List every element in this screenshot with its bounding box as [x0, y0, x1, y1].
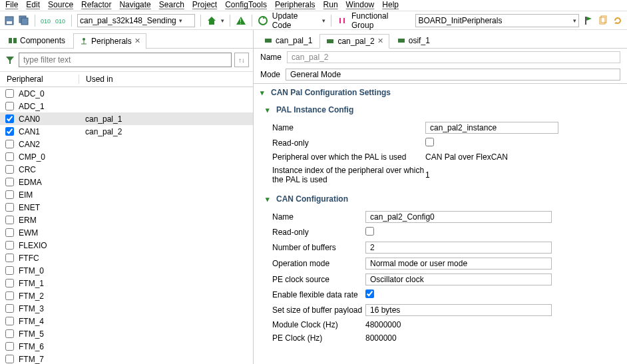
- menu-refactor[interactable]: Refactor: [81, 0, 111, 9]
- peripheral-checkbox[interactable]: [5, 254, 14, 262]
- table-row[interactable]: FTM_1: [0, 277, 253, 289]
- table-row[interactable]: CAN2: [0, 138, 253, 150]
- name-field[interactable]: can_pal_2: [287, 51, 620, 63]
- warning-icon[interactable]: !: [236, 15, 246, 26]
- functional-group-dropdown[interactable]: BOARD_InitPeripherals ▾: [415, 14, 579, 27]
- peripheral-checkbox[interactable]: [5, 342, 14, 351]
- col-peripheral[interactable]: Peripheral: [0, 75, 79, 84]
- peripheral-checkbox[interactable]: [5, 127, 14, 136]
- table-row[interactable]: FLEXIO: [0, 239, 253, 252]
- table-row[interactable]: FTM_0: [0, 264, 253, 277]
- peripheral-checkbox[interactable]: [5, 165, 14, 174]
- table-row[interactable]: EIM: [0, 188, 253, 201]
- editor-tab[interactable]: osif_1: [391, 33, 436, 48]
- menu-window[interactable]: Window: [346, 0, 375, 9]
- peripheral-checkbox[interactable]: [5, 241, 14, 250]
- project-selector-dropdown[interactable]: can_pal_s32k148_Sending ▾: [77, 14, 195, 27]
- save-icon[interactable]: [4, 15, 15, 26]
- table-row[interactable]: CRC: [0, 163, 253, 176]
- menubar[interactable]: File Edit Source Refactor Navigate Searc…: [0, 0, 627, 11]
- mode-field[interactable]: General Mode: [286, 69, 620, 81]
- table-row[interactable]: FTM_6: [0, 340, 253, 353]
- peripheral-checkbox[interactable]: [5, 291, 14, 300]
- binary-icon[interactable]: 010: [41, 15, 51, 26]
- filter-icon[interactable]: [4, 54, 16, 66]
- table-row[interactable]: FTFC: [0, 252, 253, 264]
- can-readonly-checkbox[interactable]: [365, 227, 374, 236]
- section-can-pal-settings[interactable]: ▾ CAN Pal Configuration Settings: [254, 83, 627, 101]
- can-peclk-dropdown[interactable]: Oscillator clock: [365, 273, 552, 285]
- table-row[interactable]: ERM: [0, 214, 253, 226]
- menu-file[interactable]: File: [5, 0, 18, 9]
- home-icon[interactable]: [206, 15, 217, 26]
- editor-tab[interactable]: can_pal_2 ✕: [319, 34, 389, 49]
- peripheral-checkbox[interactable]: [5, 102, 14, 110]
- editor-tab[interactable]: can_pal_1: [258, 33, 318, 48]
- refresh-icon[interactable]: [612, 15, 623, 26]
- binary2-icon[interactable]: 010: [55, 15, 66, 26]
- peripheral-checkbox[interactable]: [5, 114, 14, 123]
- peripheral-checkbox[interactable]: [5, 355, 14, 363]
- peripheral-checkbox[interactable]: [5, 190, 14, 199]
- table-row[interactable]: FTM_7: [0, 353, 253, 364]
- menu-peripherals[interactable]: Peripherals: [275, 0, 315, 9]
- update-code-icon[interactable]: [258, 15, 268, 26]
- table-row[interactable]: CMP_0: [0, 150, 253, 163]
- menu-help[interactable]: Help: [382, 0, 399, 9]
- can-nbuf-input[interactable]: 2: [365, 242, 552, 254]
- chevron-down-icon[interactable]: ▾: [322, 17, 325, 24]
- section-can-config[interactable]: ▾ CAN Configuration: [254, 190, 627, 208]
- section-pal-instance[interactable]: ▾ PAL Instance Config: [254, 101, 627, 118]
- close-icon[interactable]: ✕: [377, 37, 383, 45]
- tab-components[interactable]: Components: [3, 33, 71, 48]
- table-row[interactable]: EWM: [0, 226, 253, 239]
- flag-green-icon[interactable]: [583, 15, 594, 26]
- menu-project[interactable]: Project: [192, 0, 217, 9]
- can-name-input[interactable]: can_pal2_Config0: [365, 211, 552, 223]
- close-icon[interactable]: ✕: [134, 37, 140, 45]
- table-row[interactable]: FTM_3: [0, 302, 253, 315]
- peripheral-table-body[interactable]: ADC_0ADC_1CAN0can_pal_1CAN1can_pal_2CAN2…: [0, 87, 253, 364]
- can-flex-checkbox[interactable]: [365, 289, 374, 298]
- peripheral-checkbox[interactable]: [5, 279, 14, 287]
- table-row[interactable]: FTM_5: [0, 327, 253, 340]
- menu-navigate[interactable]: Navigate: [119, 0, 150, 9]
- menu-source[interactable]: Source: [48, 0, 73, 9]
- table-row[interactable]: FTM_2: [0, 289, 253, 302]
- can-opmode-dropdown[interactable]: Normal mode or user mode: [365, 258, 552, 270]
- peripheral-checkbox[interactable]: [5, 152, 14, 161]
- peripheral-checkbox[interactable]: [5, 89, 14, 98]
- table-row[interactable]: CAN0can_pal_1: [0, 112, 253, 125]
- col-usedin[interactable]: Used in: [79, 75, 253, 84]
- table-row[interactable]: ADC_0: [0, 87, 253, 100]
- can-payload-dropdown[interactable]: 16 bytes: [365, 304, 552, 316]
- peripheral-checkbox[interactable]: [5, 140, 14, 148]
- copy-icon[interactable]: [598, 15, 608, 26]
- table-row[interactable]: CAN1can_pal_2: [0, 125, 253, 138]
- sort-button[interactable]: ↑↓: [234, 53, 249, 67]
- inst-name-input[interactable]: can_pal2_instance: [425, 122, 558, 134]
- table-row[interactable]: ADC_1: [0, 100, 253, 112]
- bracket-icon[interactable]: [337, 15, 347, 26]
- peripheral-checkbox[interactable]: [5, 178, 14, 186]
- inst-readonly-checkbox[interactable]: [425, 138, 434, 146]
- update-code-button[interactable]: Update Code: [272, 11, 318, 30]
- peripheral-checkbox[interactable]: [5, 266, 14, 275]
- menu-search[interactable]: Search: [159, 0, 184, 9]
- filter-input[interactable]: [19, 53, 232, 67]
- chevron-down-icon[interactable]: ▾: [221, 17, 224, 24]
- peripheral-checkbox[interactable]: [5, 216, 14, 224]
- menu-configtools[interactable]: ConfigTools: [225, 0, 267, 9]
- peripheral-checkbox[interactable]: [5, 304, 14, 313]
- table-row[interactable]: ENET: [0, 201, 253, 214]
- peripheral-checkbox[interactable]: [5, 329, 14, 338]
- peripheral-checkbox[interactable]: [5, 203, 14, 212]
- peripheral-checkbox[interactable]: [5, 317, 14, 325]
- tab-peripherals[interactable]: Peripherals ✕: [73, 33, 146, 49]
- save-all-icon[interactable]: [19, 15, 29, 26]
- table-row[interactable]: EDMA: [0, 176, 253, 188]
- menu-run[interactable]: Run: [323, 0, 338, 9]
- table-row[interactable]: FTM_4: [0, 315, 253, 327]
- menu-edit[interactable]: Edit: [26, 0, 40, 9]
- peripheral-checkbox[interactable]: [5, 228, 14, 237]
